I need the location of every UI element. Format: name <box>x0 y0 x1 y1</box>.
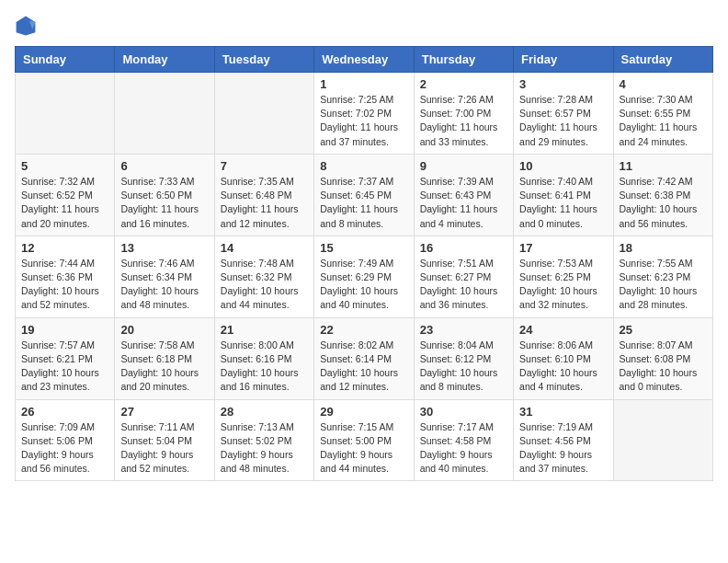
calendar-cell: 31Sunrise: 7:19 AM Sunset: 4:56 PM Dayli… <box>514 399 613 481</box>
day-number: 31 <box>519 405 607 419</box>
calendar-week-row: 1Sunrise: 7:25 AM Sunset: 7:02 PM Daylig… <box>16 73 713 155</box>
day-number: 29 <box>320 405 407 419</box>
day-number: 30 <box>420 405 507 419</box>
day-number: 6 <box>120 159 208 173</box>
weekday-header-row: SundayMondayTuesdayWednesdayThursdayFrid… <box>16 47 713 73</box>
calendar-cell: 10Sunrise: 7:40 AM Sunset: 6:41 PM Dayli… <box>514 154 613 236</box>
day-number: 8 <box>320 159 407 173</box>
day-number: 1 <box>320 77 407 91</box>
day-info: Sunrise: 7:19 AM Sunset: 4:56 PM Dayligh… <box>519 420 607 477</box>
calendar-cell: 11Sunrise: 7:42 AM Sunset: 6:38 PM Dayli… <box>613 154 712 236</box>
calendar-cell: 9Sunrise: 7:39 AM Sunset: 6:43 PM Daylig… <box>414 154 513 236</box>
day-info: Sunrise: 7:44 AM Sunset: 6:36 PM Dayligh… <box>21 257 108 313</box>
day-number: 2 <box>420 77 507 91</box>
calendar-cell: 3Sunrise: 7:28 AM Sunset: 6:57 PM Daylig… <box>514 73 613 155</box>
day-info: Sunrise: 7:28 AM Sunset: 6:57 PM Dayligh… <box>519 93 607 149</box>
day-info: Sunrise: 7:55 AM Sunset: 6:23 PM Dayligh… <box>620 257 707 313</box>
weekday-header-sunday: Sunday <box>16 47 115 73</box>
weekday-header-saturday: Saturday <box>613 47 712 73</box>
day-number: 10 <box>519 159 607 173</box>
weekday-header-monday: Monday <box>115 47 214 73</box>
calendar-cell: 30Sunrise: 7:17 AM Sunset: 4:58 PM Dayli… <box>414 399 513 481</box>
day-info: Sunrise: 7:32 AM Sunset: 6:52 PM Dayligh… <box>21 175 108 231</box>
calendar-cell: 17Sunrise: 7:53 AM Sunset: 6:25 PM Dayli… <box>514 236 613 317</box>
day-info: Sunrise: 7:58 AM Sunset: 6:18 PM Dayligh… <box>120 339 208 395</box>
day-info: Sunrise: 7:35 AM Sunset: 6:48 PM Dayligh… <box>221 175 308 231</box>
day-info: Sunrise: 7:57 AM Sunset: 6:21 PM Dayligh… <box>21 339 108 395</box>
calendar-cell: 8Sunrise: 7:37 AM Sunset: 6:45 PM Daylig… <box>314 154 414 236</box>
day-info: Sunrise: 7:49 AM Sunset: 6:29 PM Dayligh… <box>320 257 407 313</box>
calendar-cell: 27Sunrise: 7:11 AM Sunset: 5:04 PM Dayli… <box>115 399 214 481</box>
calendar-cell: 14Sunrise: 7:48 AM Sunset: 6:32 PM Dayli… <box>214 236 313 317</box>
day-number: 17 <box>519 241 607 255</box>
calendar-cell: 16Sunrise: 7:51 AM Sunset: 6:27 PM Dayli… <box>414 236 513 317</box>
day-info: Sunrise: 8:00 AM Sunset: 6:16 PM Dayligh… <box>221 339 308 395</box>
calendar-cell: 1Sunrise: 7:25 AM Sunset: 7:02 PM Daylig… <box>314 73 414 155</box>
day-number: 13 <box>120 241 208 255</box>
day-info: Sunrise: 7:42 AM Sunset: 6:38 PM Dayligh… <box>620 175 707 231</box>
calendar-cell: 19Sunrise: 7:57 AM Sunset: 6:21 PM Dayli… <box>16 317 115 399</box>
day-info: Sunrise: 7:11 AM Sunset: 5:04 PM Dayligh… <box>120 420 208 477</box>
day-info: Sunrise: 7:25 AM Sunset: 7:02 PM Dayligh… <box>320 93 407 149</box>
day-number: 3 <box>519 77 607 91</box>
day-number: 23 <box>420 323 507 337</box>
calendar-cell: 20Sunrise: 7:58 AM Sunset: 6:18 PM Dayli… <box>115 317 214 399</box>
calendar-week-row: 26Sunrise: 7:09 AM Sunset: 5:06 PM Dayli… <box>16 399 713 481</box>
calendar-cell: 24Sunrise: 8:06 AM Sunset: 6:10 PM Dayli… <box>514 317 613 399</box>
day-info: Sunrise: 7:13 AM Sunset: 5:02 PM Dayligh… <box>221 420 308 477</box>
calendar-cell: 13Sunrise: 7:46 AM Sunset: 6:34 PM Dayli… <box>115 236 214 317</box>
day-number: 27 <box>120 405 208 419</box>
calendar-cell: 26Sunrise: 7:09 AM Sunset: 5:06 PM Dayli… <box>16 399 115 481</box>
calendar-cell: 15Sunrise: 7:49 AM Sunset: 6:29 PM Dayli… <box>314 236 414 317</box>
day-number: 7 <box>221 159 308 173</box>
day-info: Sunrise: 7:26 AM Sunset: 7:00 PM Dayligh… <box>420 93 507 149</box>
day-info: Sunrise: 7:40 AM Sunset: 6:41 PM Dayligh… <box>519 175 607 231</box>
day-number: 24 <box>519 323 607 337</box>
day-info: Sunrise: 7:17 AM Sunset: 4:58 PM Dayligh… <box>420 420 507 477</box>
calendar-cell <box>214 73 313 155</box>
day-info: Sunrise: 8:07 AM Sunset: 6:08 PM Dayligh… <box>620 339 707 395</box>
day-number: 26 <box>21 405 108 419</box>
weekday-header-wednesday: Wednesday <box>314 47 414 73</box>
day-info: Sunrise: 7:15 AM Sunset: 5:00 PM Dayligh… <box>320 420 407 477</box>
day-info: Sunrise: 7:39 AM Sunset: 6:43 PM Dayligh… <box>420 175 507 231</box>
logo-icon <box>15 15 37 37</box>
calendar-cell: 18Sunrise: 7:55 AM Sunset: 6:23 PM Dayli… <box>613 236 712 317</box>
day-number: 18 <box>620 241 707 255</box>
weekday-header-thursday: Thursday <box>414 47 513 73</box>
day-number: 25 <box>620 323 707 337</box>
page-header <box>15 15 713 37</box>
day-number: 4 <box>620 77 707 91</box>
day-number: 20 <box>120 323 208 337</box>
day-number: 16 <box>420 241 507 255</box>
day-info: Sunrise: 7:33 AM Sunset: 6:50 PM Dayligh… <box>120 175 208 231</box>
day-info: Sunrise: 7:30 AM Sunset: 6:55 PM Dayligh… <box>620 93 707 149</box>
calendar-body: 1Sunrise: 7:25 AM Sunset: 7:02 PM Daylig… <box>16 73 713 481</box>
calendar-cell: 6Sunrise: 7:33 AM Sunset: 6:50 PM Daylig… <box>115 154 214 236</box>
day-number: 14 <box>221 241 308 255</box>
calendar-cell <box>613 399 712 481</box>
day-info: Sunrise: 7:46 AM Sunset: 6:34 PM Dayligh… <box>120 257 208 313</box>
weekday-header-tuesday: Tuesday <box>214 47 313 73</box>
day-info: Sunrise: 8:02 AM Sunset: 6:14 PM Dayligh… <box>320 339 407 395</box>
day-number: 28 <box>221 405 308 419</box>
calendar-cell: 12Sunrise: 7:44 AM Sunset: 6:36 PM Dayli… <box>16 236 115 317</box>
day-number: 9 <box>420 159 507 173</box>
weekday-header-friday: Friday <box>514 47 613 73</box>
logo <box>15 15 40 37</box>
day-number: 19 <box>21 323 108 337</box>
calendar-cell: 4Sunrise: 7:30 AM Sunset: 6:55 PM Daylig… <box>613 73 712 155</box>
calendar-cell: 25Sunrise: 8:07 AM Sunset: 6:08 PM Dayli… <box>613 317 712 399</box>
day-number: 12 <box>21 241 108 255</box>
calendar-cell: 7Sunrise: 7:35 AM Sunset: 6:48 PM Daylig… <box>214 154 313 236</box>
calendar-cell: 23Sunrise: 8:04 AM Sunset: 6:12 PM Dayli… <box>414 317 513 399</box>
day-info: Sunrise: 7:51 AM Sunset: 6:27 PM Dayligh… <box>420 257 507 313</box>
calendar-week-row: 19Sunrise: 7:57 AM Sunset: 6:21 PM Dayli… <box>16 317 713 399</box>
calendar-cell: 5Sunrise: 7:32 AM Sunset: 6:52 PM Daylig… <box>16 154 115 236</box>
calendar-table: SundayMondayTuesdayWednesdayThursdayFrid… <box>15 46 713 481</box>
calendar-cell <box>115 73 214 155</box>
day-info: Sunrise: 7:09 AM Sunset: 5:06 PM Dayligh… <box>21 420 108 477</box>
calendar-week-row: 12Sunrise: 7:44 AM Sunset: 6:36 PM Dayli… <box>16 236 713 317</box>
calendar-week-row: 5Sunrise: 7:32 AM Sunset: 6:52 PM Daylig… <box>16 154 713 236</box>
day-info: Sunrise: 7:53 AM Sunset: 6:25 PM Dayligh… <box>519 257 607 313</box>
